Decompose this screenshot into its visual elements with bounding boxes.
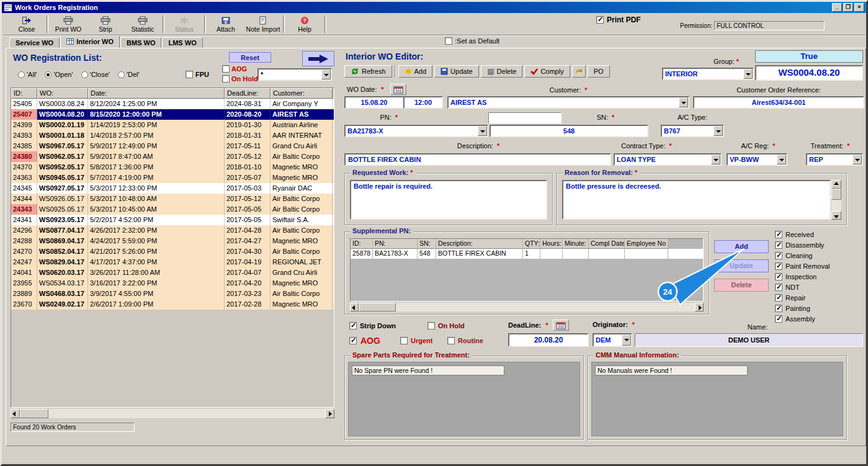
on-hold-flag[interactable]: On Hold — [427, 322, 465, 329]
dropdown-arrow-icon[interactable] — [478, 126, 487, 136]
update-editor-button[interactable]: Update — [434, 65, 478, 78]
dropdown-arrow-icon[interactable] — [777, 155, 786, 164]
filter-radio-open[interactable]: 'Open' — [45, 71, 73, 78]
stage-checkbox[interactable] — [775, 294, 782, 302]
attach-toolbar-button[interactable]: Attach — [207, 15, 244, 34]
aog-checkbox[interactable] — [349, 337, 357, 344]
tab-interior-wo[interactable]: Interior WO — [60, 35, 120, 48]
statistic-toolbar-button[interactable]: Statistic — [124, 15, 161, 34]
routine-flag[interactable]: Routine — [447, 337, 483, 344]
help-toolbar-button[interactable]: ?Help — [286, 15, 323, 34]
on-hold-checkbox[interactable] — [427, 322, 435, 329]
stage-inspection[interactable]: Inspection — [775, 271, 830, 282]
dropdown-arrow-icon[interactable] — [622, 334, 631, 346]
supplemental-update-button[interactable]: Update — [714, 259, 769, 272]
dropdown-arrow-icon[interactable] — [714, 126, 723, 136]
close-toolbar-button[interactable]: Close — [8, 15, 45, 34]
ac-type-dropdown[interactable]: B767 — [661, 125, 724, 137]
stage-received[interactable]: Received — [775, 229, 830, 240]
stage-checkbox[interactable] — [775, 241, 782, 249]
tab-lms-wo[interactable]: LMS WO — [162, 37, 202, 48]
stage-checkbox[interactable] — [775, 273, 782, 280]
print-wo-toolbar-button[interactable]: Print WO — [50, 15, 87, 34]
aog-flag[interactable]: AOG — [349, 336, 380, 346]
pn-dropdown[interactable]: BA21783-X — [344, 125, 488, 137]
wo-row-WS0967.05.17[interactable]: 24385WS0967.05.175/9/2017 12:49:00 PM201… — [11, 141, 334, 151]
scroll-up-button[interactable] — [831, 180, 841, 189]
comply-editor-button[interactable]: Comply — [524, 65, 570, 78]
wo-row-WS0877.04.17[interactable]: 24296WS0877.04.174/26/2017 2:32:00 PM201… — [11, 225, 334, 236]
scroll-right-button[interactable] — [325, 409, 334, 418]
aog-filter-checkbox[interactable] — [222, 65, 230, 73]
close-window-button[interactable]: × — [854, 3, 864, 12]
wo-row-WS0852.04.17[interactable]: 24270WS0852.04.174/21/2017 5:26:00 PM201… — [11, 246, 334, 257]
stage-checkbox[interactable] — [775, 284, 782, 291]
stage-checkbox[interactable] — [775, 231, 782, 238]
column-header-wo[interactable]: WO: — [37, 88, 88, 99]
wo-row-WS0926.05.17[interactable]: 24344WS0926.05.175/3/2017 10:48:00 AM201… — [11, 194, 334, 204]
customer-dropdown[interactable]: AIREST AS — [447, 96, 689, 109]
add-editor-button[interactable]: Add — [398, 65, 433, 78]
reason-for-removal-textarea[interactable]: Bottle pressure is decreesed. — [562, 180, 831, 220]
undo-editor-button[interactable] — [572, 65, 586, 78]
set-as-default-checkbox[interactable] — [445, 37, 452, 45]
column-header-customer[interactable]: Customer: — [271, 88, 333, 99]
stage-checkbox[interactable] — [775, 305, 782, 312]
stage-cleaning[interactable]: Cleaning — [775, 250, 830, 261]
wo-row-WS0927.05.17[interactable]: 24345WS0927.05.175/3/2017 12:33:00 PM201… — [11, 183, 334, 194]
wo-row-WS0004.08.20[interactable]: 25407WS0004.08.208/15/2020 12:00:00 PM20… — [11, 109, 334, 120]
wo-list-hscrollbar[interactable] — [11, 409, 334, 418]
stage-assembly[interactable]: Assembly — [775, 313, 830, 324]
pn-extra-field[interactable] — [488, 112, 562, 123]
wo-row-WS0829.04.17[interactable]: 24247WS0829.04.174/17/2017 4:37:00 PM201… — [11, 257, 334, 267]
wo-row-WS0869.04.17[interactable]: 24288WS0869.04.174/24/2017 5:59:00 PM201… — [11, 236, 334, 246]
filter-radio-all[interactable]: 'All' — [18, 71, 37, 78]
wo-row-WS0962.05.17[interactable]: 24380WS0962.05.175/9/2017 8:47:00 AM2017… — [11, 151, 334, 162]
supplemental-add-button[interactable]: Add — [714, 240, 769, 253]
print-pdf-option[interactable]: Print PDF — [596, 16, 641, 24]
strip-down-checkbox[interactable] — [349, 322, 357, 329]
ac-reg-dropdown[interactable]: VP-BWW — [727, 153, 787, 166]
wo-date-calendar-button[interactable] — [390, 84, 406, 95]
sn-field[interactable]: 548 — [490, 125, 648, 137]
scroll-thumb[interactable] — [359, 303, 396, 311]
stage-paint-removal[interactable]: Paint Removal — [775, 261, 830, 271]
wo-date-field[interactable]: 15.08.20 — [344, 96, 404, 109]
column-header-date[interactable]: Date: — [88, 88, 225, 99]
delete-editor-button[interactable]: Delete — [481, 65, 523, 78]
dropdown-arrow-icon[interactable] — [711, 155, 720, 164]
minimize-button[interactable]: _ — [832, 3, 842, 12]
strip-toolbar-button[interactable]: Strip — [87, 15, 124, 34]
stage-disassembly[interactable]: Disassembly — [775, 240, 830, 250]
description-field[interactable]: BOTTLE FIREX CABIN — [344, 153, 611, 166]
filter-radio-close[interactable]: 'Close' — [81, 71, 110, 78]
radio-button[interactable] — [118, 71, 125, 78]
wo-time-field[interactable]: 12:00 — [403, 96, 443, 109]
dropdown-arrow-icon[interactable] — [679, 97, 688, 107]
supplemental-hscrollbar[interactable] — [350, 303, 704, 311]
stage-checkbox[interactable] — [775, 262, 782, 270]
wo-row-WS0534.03.17[interactable]: 23955WS0534.03.173/16/2017 3:22:00 PM201… — [11, 278, 334, 289]
stage-painting[interactable]: Painting — [775, 303, 830, 313]
stage-repair[interactable]: Repair — [775, 292, 830, 303]
scroll-thumb[interactable] — [831, 189, 841, 200]
strip-down-flag[interactable]: Strip Down — [349, 322, 396, 329]
fpu-filter[interactable]: FPU — [186, 71, 209, 78]
on-hold-filter[interactable]: On Hold — [222, 75, 258, 83]
aog-filter[interactable]: AOG — [222, 65, 247, 73]
maximize-button[interactable]: ❐ — [843, 3, 853, 12]
stage-checkbox[interactable] — [775, 252, 782, 259]
radio-button[interactable] — [45, 71, 51, 78]
contract-type-dropdown[interactable]: LOAN TYPE — [614, 153, 722, 166]
deadline-calendar-button[interactable] — [553, 320, 569, 331]
fpu-checkbox[interactable] — [186, 71, 193, 78]
urgent-checkbox[interactable] — [400, 337, 408, 344]
wo-row-WS0945.05.17[interactable]: 24363WS0945.05.175/7/2017 4:19:00 PM2017… — [11, 173, 334, 183]
wo-row-WS0003.08.24[interactable]: 25405WS0003.08.248/12/2024 1:25:00 PM202… — [11, 99, 334, 109]
customer-filter-dropdown[interactable]: * — [257, 68, 332, 81]
set-as-default-option[interactable]: :Set as Default — [445, 37, 499, 45]
scroll-left-button[interactable] — [350, 303, 359, 311]
supplemental-delete-button[interactable]: Delete — [714, 279, 769, 292]
filter-radio-del[interactable]: 'Del' — [118, 71, 140, 78]
radio-button[interactable] — [18, 71, 25, 78]
